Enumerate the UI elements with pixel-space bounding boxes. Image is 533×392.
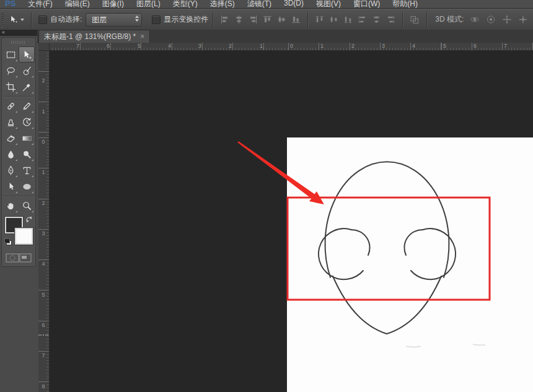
- tool-type[interactable]: [19, 162, 35, 178]
- move-tool-icon: [22, 50, 32, 60]
- healing-brush-icon: [6, 101, 16, 111]
- tool-eyedropper[interactable]: [19, 79, 35, 95]
- color-swatches: [2, 216, 35, 251]
- tool-blur[interactable]: [2, 146, 19, 162]
- ellipse-shape-icon: [22, 181, 32, 192]
- distribute-left-edges-icon[interactable]: [358, 15, 366, 24]
- tab-close-icon[interactable]: ×: [140, 33, 144, 40]
- ruler-origin-corner[interactable]: [38, 43, 50, 51]
- blur-drop-icon: [6, 149, 16, 160]
- quick-selection-icon: [22, 66, 32, 76]
- distribute-horizontal-group: [358, 15, 395, 24]
- ps-logo: PS: [0, 0, 22, 8]
- clone-stamp-icon: [6, 117, 16, 128]
- document-canvas[interactable]: [50, 51, 533, 392]
- tool-move[interactable]: [19, 46, 35, 63]
- tool-spot-healing-brush[interactable]: [2, 98, 19, 114]
- type-tool-icon: [22, 165, 32, 176]
- tool-clone-stamp[interactable]: [2, 114, 19, 130]
- tool-quick-selection[interactable]: [19, 63, 35, 79]
- distribute-vertical-centers-icon[interactable]: [330, 15, 338, 24]
- background-color-swatch[interactable]: [15, 228, 33, 245]
- default-colors-icon[interactable]: [4, 238, 12, 245]
- dropdown-arrows-icon: [135, 15, 139, 22]
- canvas-white-area[interactable]: [287, 137, 533, 392]
- options-bar: 自动选择: 图层 显示变换控件: [0, 9, 533, 30]
- menu-edit[interactable]: 编辑(E): [59, 0, 96, 9]
- 3d-rotate-icon[interactable]: [470, 14, 480, 25]
- dodge-icon: [22, 149, 32, 160]
- distribute-bottom-edges-icon[interactable]: [344, 15, 352, 24]
- tool-history-brush[interactable]: [19, 114, 35, 130]
- menu-view[interactable]: 视图(V): [310, 0, 347, 9]
- document-tab-title: 未标题-1 @ 131%(RGB/8) *: [44, 32, 136, 42]
- menu-layer[interactable]: 图层(L): [130, 0, 167, 9]
- auto-select-checkbox[interactable]: [38, 15, 47, 24]
- menu-help[interactable]: 帮助(H): [386, 0, 424, 9]
- tool-gradient[interactable]: [19, 130, 35, 146]
- distribute-horizontal-centers-icon[interactable]: [372, 15, 381, 24]
- tool-dodge[interactable]: [19, 146, 35, 162]
- tool-hand[interactable]: [2, 198, 19, 214]
- move-tool-preset-icon: [9, 15, 18, 24]
- auto-align-layers-icon[interactable]: [410, 15, 419, 24]
- crop-icon: [6, 82, 16, 92]
- tool-lasso[interactable]: [2, 63, 19, 79]
- align-top-edges-icon[interactable]: [263, 15, 271, 24]
- tool-eraser[interactable]: [2, 130, 19, 146]
- swap-colors-icon[interactable]: [25, 216, 33, 223]
- 3d-mode-label: 3D 模式:: [435, 14, 464, 25]
- align-horizontal-centers-icon[interactable]: [235, 15, 243, 24]
- gradient-icon: [22, 133, 32, 144]
- quick-mask-mode-icon[interactable]: [6, 253, 19, 263]
- align-bottom-edges-icon[interactable]: [292, 15, 300, 24]
- menu-filter[interactable]: 滤镜(T): [241, 0, 278, 9]
- horizontal-ruler[interactable]: 7 6 5 4 3 2 1 0 1 2 3 4 5 6 7: [50, 43, 533, 51]
- tool-ellipse-shape[interactable]: [19, 178, 35, 194]
- menu-window[interactable]: 窗口(W): [347, 0, 386, 9]
- vertical-ruler[interactable]: 2 1 0 1 2 3 4 5 6 7 8: [38, 51, 50, 392]
- tool-brush[interactable]: [19, 98, 35, 114]
- 3d-roll-icon[interactable]: [486, 14, 496, 25]
- options-bar-grip[interactable]: [1, 12, 4, 27]
- tool-preset-picker[interactable]: [6, 14, 27, 25]
- menu-3d[interactable]: 3D(D): [278, 0, 310, 7]
- eyedropper-icon: [22, 82, 32, 92]
- document-tab[interactable]: 未标题-1 @ 131%(RGB/8) * ×: [38, 30, 150, 43]
- palette-grip-handle[interactable]: [11, 41, 26, 44]
- tool-palette: [1, 37, 36, 267]
- align-right-edges-icon[interactable]: [249, 15, 257, 24]
- show-transform-checkbox[interactable]: [152, 15, 161, 24]
- tool-pen[interactable]: [2, 162, 19, 178]
- align-left-edges-icon[interactable]: [221, 15, 229, 24]
- palette-bottom-buttons: [2, 251, 35, 264]
- tool-rectangular-marquee[interactable]: [2, 46, 19, 63]
- auto-select-target-value: 图层: [92, 15, 107, 25]
- 3d-mode-group: 3D 模式:: [435, 14, 528, 25]
- menu-type[interactable]: 类型(Y): [167, 0, 204, 9]
- 3d-slide-icon[interactable]: [518, 14, 528, 25]
- menu-file[interactable]: 文件(F): [22, 0, 58, 9]
- pen-icon: [6, 165, 16, 176]
- document-tab-bar: 未标题-1 @ 131%(RGB/8) * ×: [37, 30, 533, 43]
- align-vertical-group: [263, 15, 300, 24]
- align-edges-group: [221, 15, 257, 24]
- eraser-icon: [6, 133, 16, 144]
- panel-collapse-strip[interactable]: «: [0, 30, 37, 36]
- distribute-right-edges-icon[interactable]: [387, 15, 395, 24]
- auto-select-target-dropdown[interactable]: 图层: [86, 13, 142, 27]
- lasso-icon: [6, 66, 16, 76]
- tool-path-selection[interactable]: [2, 178, 19, 194]
- distribute-top-edges-icon[interactable]: [315, 15, 324, 24]
- distribute-vertical-group: [315, 15, 352, 24]
- menu-select[interactable]: 选择(S): [204, 0, 241, 9]
- screen-mode-icon[interactable]: [19, 253, 32, 263]
- menu-image[interactable]: 图像(I): [96, 0, 130, 9]
- tool-zoom[interactable]: [19, 198, 35, 214]
- align-vertical-centers-icon[interactable]: [278, 15, 286, 24]
- ruler-position-marker: [38, 334, 48, 336]
- pasteboard[interactable]: [50, 51, 533, 392]
- photoshop-window: { "colors": { "accent_red": "#e62929", "…: [0, 0, 533, 392]
- 3d-pan-icon[interactable]: [502, 14, 512, 25]
- tool-crop[interactable]: [2, 79, 19, 95]
